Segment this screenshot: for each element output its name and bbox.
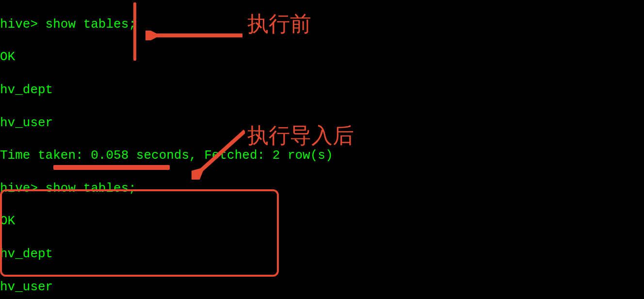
terminal-line: hv_dept — [0, 82, 644, 99]
arrow-icon — [192, 126, 245, 180]
terminal-line: OK — [0, 49, 644, 66]
terminal-line: OK — [0, 213, 644, 230]
terminal-output: hive> show tables; OK hv_dept hv_user Ti… — [0, 0, 644, 299]
terminal-line: Time taken: 0.058 seconds, Fetched: 2 ro… — [0, 148, 644, 164]
marker-bar-before — [133, 2, 136, 61]
marker-bar-after — [53, 165, 170, 170]
svg-line-3 — [199, 131, 245, 172]
terminal-line: hive> show tables; — [0, 17, 644, 33]
annotation-before-label: 执行前 — [247, 10, 311, 37]
terminal-line: hive> show tables; — [0, 181, 644, 197]
annotation-after-label: 执行导入后 — [247, 121, 354, 149]
arrow-icon — [145, 29, 242, 39]
terminal-line: hv_dept — [0, 246, 644, 263]
terminal-line: hv_user — [0, 279, 644, 296]
